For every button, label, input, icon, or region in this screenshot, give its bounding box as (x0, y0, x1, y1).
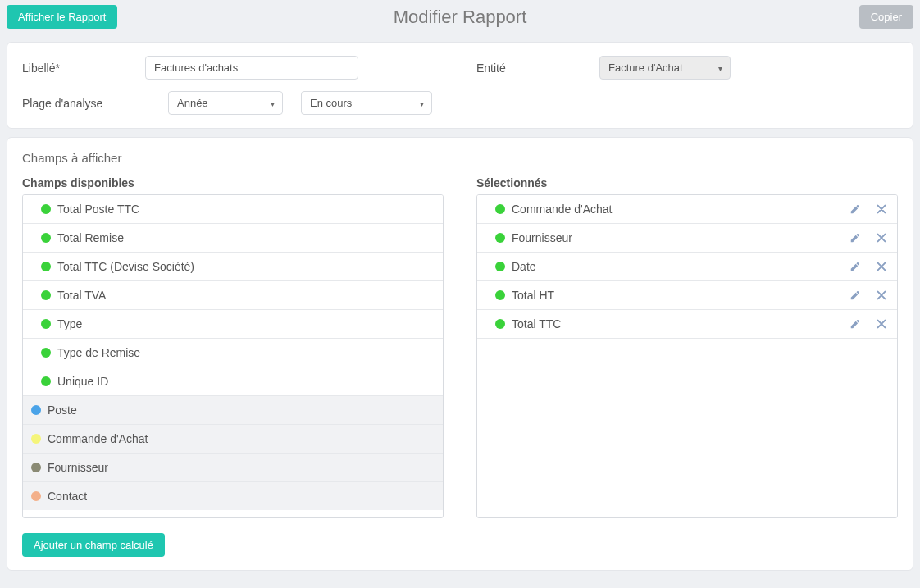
range-period-select[interactable]: Année (168, 91, 283, 115)
color-dot-icon (31, 434, 41, 444)
available-field-item[interactable]: Type (23, 310, 443, 339)
color-dot-icon (41, 376, 51, 386)
remove-icon[interactable] (876, 289, 887, 301)
form-panel: Libellé* Entité Facture d'Achat Plage d'… (7, 42, 913, 129)
field-label: Fournisseur (48, 461, 108, 474)
color-dot-icon (31, 491, 41, 501)
entity-select-wrap: Facture d'Achat (599, 56, 731, 80)
edit-icon[interactable] (849, 261, 861, 272)
add-calculated-field-button[interactable]: Ajouter un champ calculé (22, 533, 165, 557)
available-field-item[interactable]: Unique ID (23, 367, 443, 396)
available-field-item[interactable]: Poste (23, 396, 443, 425)
color-dot-icon (41, 319, 51, 329)
field-label: Commande d'Achat (48, 432, 148, 445)
selected-field-item[interactable]: Date (477, 253, 897, 281)
range-period-wrap: Année (168, 91, 283, 115)
copy-button[interactable]: Copier (859, 5, 913, 29)
remove-icon[interactable] (876, 232, 887, 244)
row-actions (849, 232, 887, 244)
field-label: Total TTC (512, 317, 849, 330)
selected-column: Sélectionnés Commande d'AchatFournisseur… (476, 176, 898, 518)
color-dot-icon (41, 262, 51, 271)
available-field-item[interactable]: Total TVA (23, 281, 443, 310)
selected-list[interactable]: Commande d'AchatFournisseurDateTotal HTT… (476, 194, 898, 518)
row-actions (849, 203, 887, 215)
range-status-select[interactable]: En cours (301, 91, 432, 115)
color-dot-icon (31, 405, 41, 415)
field-label: Type (57, 317, 82, 330)
entity-select[interactable]: Facture d'Achat (599, 56, 731, 80)
available-list[interactable]: Total Poste TTCTotal RemiseTotal TTC (De… (22, 194, 444, 518)
label-range: Plage d'analyse (22, 97, 145, 110)
edit-icon[interactable] (849, 232, 861, 244)
field-label: Total Poste TTC (57, 203, 139, 216)
color-dot-icon (495, 204, 505, 214)
color-dot-icon (495, 262, 505, 271)
libelle-input[interactable] (145, 56, 358, 80)
selected-field-item[interactable]: Total TTC (477, 310, 897, 339)
available-field-item[interactable]: Commande d'Achat (23, 425, 443, 454)
field-label: Fournisseur (512, 231, 849, 244)
available-field-item[interactable]: Total Remise (23, 224, 443, 253)
edit-icon[interactable] (849, 318, 861, 330)
field-label: Total Remise (57, 231, 124, 244)
row-actions (849, 289, 887, 301)
field-label: Unique ID (57, 375, 108, 388)
edit-icon[interactable] (849, 203, 861, 215)
edit-icon[interactable] (849, 289, 861, 301)
fields-panel-title: Champs à afficher (22, 151, 898, 165)
remove-icon[interactable] (876, 203, 887, 215)
range-status-wrap: En cours (301, 91, 432, 115)
field-label: Total TTC (Devise Société) (57, 260, 194, 273)
available-field-item[interactable]: Contact (23, 482, 443, 510)
field-label: Commande d'Achat (512, 203, 849, 216)
color-dot-icon (495, 290, 505, 300)
selected-field-item[interactable]: Total HT (477, 281, 897, 310)
fields-panel: Champs à afficher Champs disponibles Tot… (7, 137, 913, 571)
remove-icon[interactable] (876, 318, 887, 330)
field-label: Contact (48, 490, 87, 503)
color-dot-icon (41, 204, 51, 214)
available-field-item[interactable]: Total TTC (Devise Société) (23, 253, 443, 281)
color-dot-icon (495, 233, 505, 243)
available-field-item[interactable]: Type de Remise (23, 339, 443, 367)
color-dot-icon (495, 319, 505, 329)
field-label: Type de Remise (57, 346, 140, 359)
row-actions (849, 318, 887, 330)
topbar: Afficher le Rapport Modifier Rapport Cop… (0, 0, 920, 34)
selected-header: Sélectionnés (476, 176, 898, 189)
color-dot-icon (41, 290, 51, 300)
available-column: Champs disponibles Total Poste TTCTotal … (22, 176, 444, 518)
color-dot-icon (41, 233, 51, 243)
row-actions (849, 261, 887, 272)
remove-icon[interactable] (876, 261, 887, 272)
show-report-button[interactable]: Afficher le Rapport (7, 5, 117, 29)
selected-field-item[interactable]: Fournisseur (477, 224, 897, 253)
color-dot-icon (41, 348, 51, 358)
field-label: Total HT (512, 289, 849, 302)
field-label: Date (512, 260, 849, 273)
page-title: Modifier Rapport (0, 7, 920, 28)
field-label: Total TVA (57, 289, 106, 302)
available-field-item[interactable]: Fournisseur (23, 454, 443, 482)
color-dot-icon (31, 463, 41, 472)
selected-field-item[interactable]: Commande d'Achat (477, 195, 897, 224)
available-field-item[interactable]: Total Poste TTC (23, 195, 443, 224)
available-header: Champs disponibles (22, 176, 444, 189)
label-libelle: Libellé* (22, 62, 145, 75)
field-label: Poste (48, 403, 77, 417)
label-entity: Entité (476, 62, 599, 75)
